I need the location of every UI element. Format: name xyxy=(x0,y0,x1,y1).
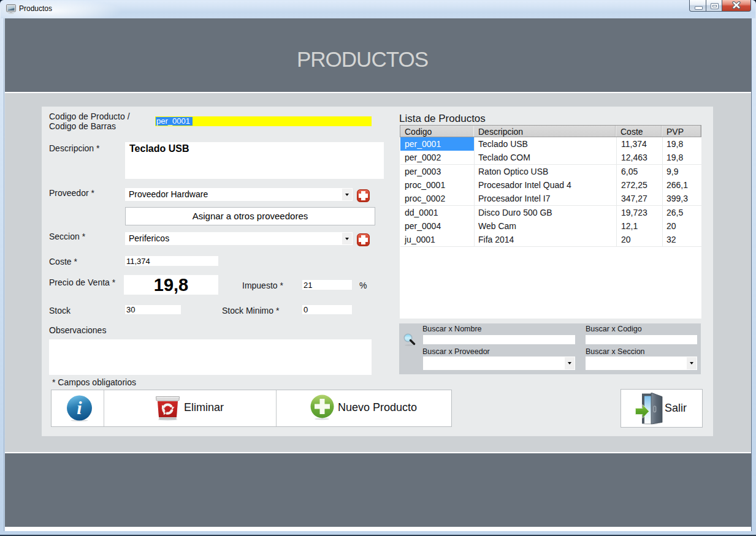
svg-text:i: i xyxy=(77,398,82,418)
